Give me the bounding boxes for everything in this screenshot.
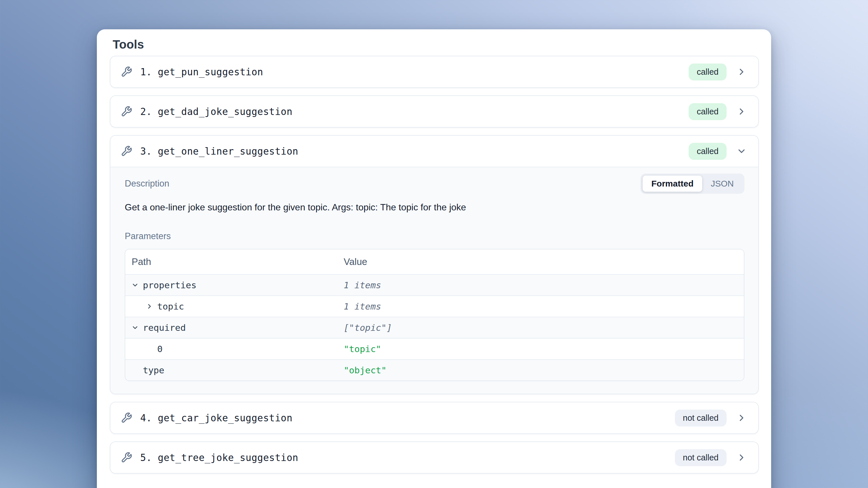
tools-panel: Tools 1. get_pun_suggestion called 2. ge…	[97, 29, 771, 488]
tool-name: 1. get_pun_suggestion	[140, 66, 263, 78]
param-path: properties	[143, 280, 196, 290]
tool-row-get-tree-joke-suggestion[interactable]: 5. get_tree_joke_suggestion not called	[111, 442, 758, 473]
tool-name: 4. get_car_joke_suggestion	[140, 413, 292, 424]
param-value: ["topic"]	[344, 323, 744, 333]
parameters-table: Path Value properties 1 items topic 1	[125, 249, 744, 381]
chevron-down-icon[interactable]	[131, 324, 139, 331]
status-badge: not called	[675, 449, 726, 466]
parameters-label: Parameters	[125, 231, 744, 241]
tool-detail-body: Description Formatted JSON Get a one-lin…	[111, 167, 758, 394]
tool-name: 5. get_tree_joke_suggestion	[140, 452, 298, 463]
tool-row-get-one-liner-suggestion[interactable]: 3. get_one_liner_suggestion called	[111, 136, 758, 167]
chevron-right-icon	[736, 452, 747, 463]
tool-name: 2. get_dad_joke_suggestion	[140, 106, 292, 117]
page-title: Tools	[113, 37, 759, 52]
param-path: topic	[157, 301, 184, 311]
view-mode-toggle: Formatted JSON	[641, 174, 744, 194]
chevron-right-icon	[736, 413, 747, 423]
description-label: Description	[125, 179, 169, 189]
param-path: required	[143, 323, 186, 333]
toggle-json[interactable]: JSON	[702, 176, 742, 192]
param-value: 1 items	[344, 280, 744, 290]
table-row-required-0: 0 "topic"	[125, 338, 744, 359]
chevron-right-icon[interactable]	[146, 303, 153, 310]
tool-row-get-pun-suggestion[interactable]: 1. get_pun_suggestion called	[111, 56, 758, 87]
table-row-required: required ["topic"]	[125, 317, 744, 338]
param-value: 1 items	[344, 301, 744, 311]
status-badge: not called	[675, 409, 726, 427]
tool-card-5: 5. get_tree_joke_suggestion not called	[110, 441, 759, 474]
wrench-icon	[121, 66, 132, 78]
tool-description: Get a one-liner joke suggestion for the …	[125, 201, 744, 213]
wrench-icon	[121, 106, 132, 117]
chevron-down-icon[interactable]	[131, 281, 139, 289]
param-path: type	[143, 365, 164, 375]
table-row-type: type "object"	[125, 359, 744, 380]
wrench-icon	[121, 146, 132, 157]
tool-card-3: 3. get_one_liner_suggestion called Descr…	[110, 135, 759, 394]
column-header-value: Value	[344, 256, 744, 267]
chevron-down-icon	[736, 146, 747, 156]
tool-card-4: 4. get_car_joke_suggestion not called	[110, 402, 759, 434]
table-row-topic: topic 1 items	[125, 296, 744, 317]
status-badge: called	[689, 63, 726, 81]
table-header-row: Path Value	[125, 249, 744, 274]
tool-name: 3. get_one_liner_suggestion	[140, 146, 298, 157]
status-badge: called	[689, 103, 726, 120]
status-badge: called	[689, 143, 726, 160]
chevron-right-icon	[736, 67, 747, 77]
param-path: 0	[157, 344, 163, 354]
tool-card-2: 2. get_dad_joke_suggestion called	[110, 95, 759, 128]
tool-row-get-dad-joke-suggestion[interactable]: 2. get_dad_joke_suggestion called	[111, 96, 758, 127]
param-value: "object"	[344, 365, 744, 375]
tool-row-get-car-joke-suggestion[interactable]: 4. get_car_joke_suggestion not called	[111, 402, 758, 433]
wrench-icon	[121, 412, 132, 424]
table-row-properties: properties 1 items	[125, 274, 744, 296]
wrench-icon	[121, 452, 132, 463]
tool-card-1: 1. get_pun_suggestion called	[110, 56, 759, 88]
toggle-formatted[interactable]: Formatted	[643, 176, 702, 192]
column-header-path: Path	[125, 256, 344, 267]
chevron-right-icon	[736, 106, 747, 117]
param-value: "topic"	[344, 344, 744, 354]
